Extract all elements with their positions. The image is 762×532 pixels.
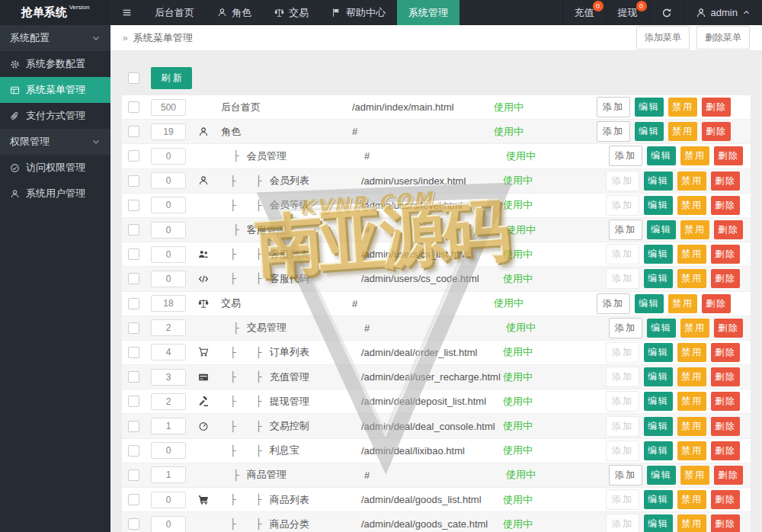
delete-button[interactable]: 删除 [714, 319, 743, 338]
disable-button[interactable]: 禁用 [680, 319, 709, 338]
row-checkbox[interactable] [128, 150, 139, 162]
disable-button[interactable]: 禁用 [680, 146, 709, 165]
sort-input[interactable] [151, 271, 186, 287]
row-checkbox[interactable] [128, 273, 139, 284]
add-button[interactable]: 添加 [606, 441, 639, 461]
sort-input[interactable] [151, 344, 186, 361]
edit-button[interactable]: 编辑 [644, 490, 673, 509]
add-menu-button[interactable]: 添加菜单 [636, 26, 690, 50]
disable-button[interactable]: 禁用 [677, 441, 706, 460]
nav-item-roles[interactable]: 角色 [206, 0, 263, 25]
row-checkbox[interactable] [128, 421, 139, 432]
row-checkbox[interactable] [128, 322, 139, 334]
sort-input[interactable] [151, 295, 186, 312]
sidebar-item[interactable]: 支付方式管理 [0, 103, 110, 129]
delete-button[interactable]: 删除 [711, 343, 740, 362]
disable-button[interactable]: 禁用 [668, 98, 697, 117]
nav-item-help[interactable]: 帮助中心 [320, 0, 397, 25]
sort-input[interactable] [151, 418, 186, 434]
row-checkbox[interactable] [128, 248, 139, 260]
add-button[interactable]: 添加 [597, 97, 630, 117]
disable-button[interactable]: 禁用 [677, 245, 706, 264]
row-checkbox[interactable] [128, 494, 139, 505]
sidebar-item[interactable]: 访问权限管理 [0, 155, 110, 181]
edit-button[interactable]: 编辑 [647, 319, 676, 338]
add-button[interactable]: 添加 [606, 367, 639, 387]
row-checkbox[interactable] [128, 371, 139, 383]
edit-button[interactable]: 编辑 [644, 245, 673, 264]
add-button[interactable]: 添加 [606, 268, 639, 289]
edit-button[interactable]: 编辑 [644, 514, 673, 532]
nav-item-system[interactable]: 系统管理 [397, 0, 459, 25]
sort-input[interactable] [151, 246, 186, 263]
disable-button[interactable]: 禁用 [677, 196, 706, 215]
row-checkbox[interactable] [128, 298, 139, 309]
edit-button[interactable]: 编辑 [644, 196, 673, 215]
delete-button[interactable]: 删除 [711, 490, 740, 509]
sidebar-item[interactable]: 系统菜单管理 [0, 77, 110, 103]
edit-button[interactable]: 编辑 [647, 146, 676, 165]
sidebar-section-header[interactable]: 权限管理 [0, 129, 110, 155]
disable-button[interactable]: 禁用 [680, 466, 709, 485]
edit-button[interactable]: 编辑 [635, 122, 664, 141]
disable-button[interactable]: 禁用 [677, 490, 706, 509]
delete-button[interactable]: 删除 [714, 220, 743, 239]
nav-item-menu-toggle[interactable] [110, 0, 143, 25]
edit-button[interactable]: 编辑 [644, 171, 673, 191]
delete-button[interactable]: 删除 [702, 98, 731, 117]
add-button[interactable]: 添加 [609, 220, 642, 240]
refresh-page-button[interactable] [649, 0, 684, 25]
add-button[interactable]: 添加 [606, 171, 639, 191]
edit-button[interactable]: 编辑 [644, 417, 673, 436]
delete-button[interactable]: 删除 [702, 294, 731, 313]
sort-input[interactable] [151, 319, 186, 336]
add-button[interactable]: 添加 [606, 416, 639, 437]
sort-input[interactable] [151, 172, 186, 189]
disable-button[interactable]: 禁用 [677, 343, 706, 362]
edit-button[interactable]: 编辑 [647, 466, 676, 485]
select-all-checkbox[interactable] [128, 72, 139, 84]
disable-button[interactable]: 禁用 [677, 269, 706, 288]
add-button[interactable]: 添加 [606, 342, 639, 363]
delete-button[interactable]: 删除 [711, 171, 740, 191]
edit-button[interactable]: 编辑 [635, 98, 664, 117]
row-checkbox[interactable] [128, 396, 139, 407]
delete-button[interactable]: 删除 [711, 392, 740, 411]
add-button[interactable]: 添加 [606, 195, 639, 216]
row-checkbox[interactable] [128, 175, 139, 187]
sidebar-section-header[interactable]: 系统配置 [0, 25, 110, 51]
row-checkbox[interactable] [128, 445, 139, 457]
disable-button[interactable]: 禁用 [668, 122, 697, 141]
delete-button[interactable]: 删除 [711, 514, 740, 532]
disable-button[interactable]: 禁用 [677, 392, 706, 411]
withdraw-button[interactable]: 提现 0 [606, 0, 649, 25]
add-button[interactable]: 添加 [609, 318, 642, 338]
sort-input[interactable] [151, 197, 186, 213]
delete-button[interactable]: 删除 [702, 122, 731, 141]
disable-button[interactable]: 禁用 [677, 514, 706, 532]
disable-button[interactable]: 禁用 [677, 171, 706, 191]
add-button[interactable]: 添加 [597, 293, 630, 314]
sort-input[interactable] [151, 442, 186, 459]
edit-button[interactable]: 编辑 [644, 441, 673, 460]
edit-button[interactable]: 编辑 [644, 269, 673, 288]
disable-button[interactable]: 禁用 [677, 417, 706, 436]
delete-button[interactable]: 删除 [711, 245, 740, 264]
row-checkbox[interactable] [128, 518, 139, 530]
recharge-button[interactable]: 充值 0 [562, 0, 606, 25]
delete-button[interactable]: 删除 [711, 441, 740, 460]
sort-input[interactable] [151, 99, 186, 116]
delete-button[interactable]: 删除 [711, 367, 740, 386]
disable-button[interactable]: 禁用 [668, 294, 697, 313]
disable-button[interactable]: 禁用 [677, 367, 706, 386]
sort-input[interactable] [151, 222, 186, 239]
nav-item-trade[interactable]: 交易 [263, 0, 320, 25]
delete-button[interactable]: 删除 [711, 417, 740, 436]
delete-button[interactable]: 删除 [711, 196, 740, 215]
delete-button[interactable]: 删除 [714, 146, 743, 165]
add-button[interactable]: 添加 [606, 514, 639, 532]
sidebar-item[interactable]: 系统参数配置 [0, 51, 110, 77]
sort-input[interactable] [151, 393, 186, 410]
sort-input[interactable] [151, 369, 186, 386]
nav-item-home[interactable]: 后台首页 [143, 0, 206, 25]
